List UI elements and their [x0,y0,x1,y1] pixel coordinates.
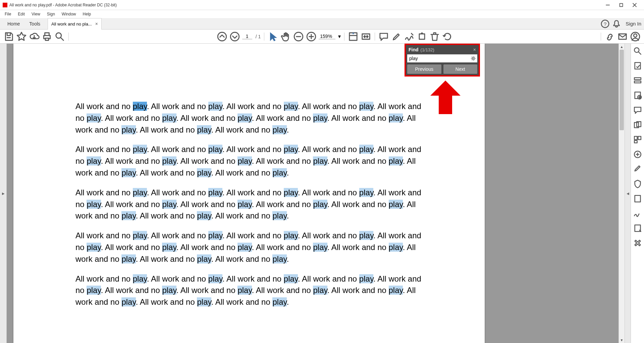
scrollbar-down-icon[interactable]: ▼ [619,337,625,343]
edit-pdf-icon[interactable] [633,76,642,85]
search-match: play [121,211,136,220]
search-match: play [359,274,373,283]
notifications-icon[interactable] [612,19,621,29]
menu-bar: File Edit View Sign Window Help [0,10,644,18]
document-text[interactable]: All work and no play. All work and no pl… [13,44,485,308]
find-next-button[interactable]: Next [443,64,478,74]
menu-sign[interactable]: Sign [44,11,58,17]
tab-document-close[interactable]: × [95,21,98,27]
search-match: play [133,145,147,154]
sign-in-link[interactable]: Sign In [626,21,641,27]
window-close-button[interactable] [628,0,641,10]
menu-help[interactable]: Help [79,11,95,17]
scrollbar-up-icon[interactable]: ▲ [619,44,625,50]
selection-tool-button[interactable] [268,31,278,42]
print-button[interactable] [42,31,52,42]
zoom-input[interactable] [319,34,335,39]
right-tools-rail [631,44,644,343]
svg-rect-33 [635,195,640,202]
zoom-in-button[interactable] [306,31,317,42]
stamp-button[interactable] [417,31,427,42]
scrollbar-track[interactable] [619,50,625,337]
svg-point-8 [218,32,226,41]
search-match: play [133,188,147,197]
more-tools-icon[interactable] [633,238,642,248]
find-panel-close[interactable]: × [473,47,476,52]
tab-tools[interactable]: Tools [24,18,45,30]
search-match: play [87,286,101,295]
sign-button[interactable] [404,31,415,42]
export-pdf-icon[interactable] [633,61,642,70]
document-viewport[interactable]: All work and no play. All work and no pl… [7,44,619,343]
search-match: play [313,113,327,122]
protect-tool-icon[interactable] [633,179,642,189]
signature-tool-icon[interactable] [633,209,642,218]
menu-edit[interactable]: Edit [14,11,28,17]
star-button[interactable] [16,31,27,42]
search-match: play [389,200,403,209]
fill-sign-tool-icon[interactable] [633,194,642,203]
search-match: play [162,156,176,165]
find-input[interactable] [409,55,471,62]
find-previous-button[interactable]: Previous [407,64,441,74]
rotate-button[interactable] [442,31,453,42]
organize-pages-icon[interactable] [633,135,642,144]
find-settings-icon[interactable] [471,56,476,61]
delete-button[interactable] [429,31,440,42]
find-panel: Find (1/132) × Previous Next [405,44,480,77]
zoom-dropdown-icon[interactable]: ▾ [338,33,341,40]
comment-tool-icon[interactable] [633,105,642,115]
left-panel-expand-icon[interactable]: ▶ [2,192,5,195]
comment-button[interactable] [378,31,389,42]
highlight-button[interactable] [391,31,402,42]
menu-view[interactable]: View [28,11,44,17]
search-match: play [197,125,211,134]
search-match: play [162,243,176,252]
cloud-button[interactable] [29,31,40,42]
search-match: play [121,168,136,177]
find-button[interactable] [54,31,65,42]
page-up-button[interactable] [217,31,227,42]
redact-tool-icon[interactable] [633,164,642,174]
search-match: play [237,156,252,165]
search-match: play [133,274,147,283]
tab-document-label: All work and no pla... [51,21,92,27]
search-match: play [87,156,101,165]
combine-files-icon[interactable] [633,120,642,130]
right-panel-collapse-icon[interactable]: ◀ [627,192,629,195]
search-match: play [208,145,222,154]
page-down-button[interactable] [229,31,240,42]
tab-home[interactable]: Home [3,18,24,30]
window-minimize-button[interactable] [601,0,614,10]
find-panel-count: (1/132) [421,47,434,52]
fit-page-button[interactable] [361,31,371,42]
share-link-button[interactable] [604,31,615,42]
account-button[interactable] [630,31,641,42]
create-pdf-icon[interactable] [633,91,642,100]
scrollbar-thumb[interactable] [620,50,624,130]
search-match: play [197,168,211,177]
search-match: play [272,168,286,177]
menu-window[interactable]: Window [58,11,79,17]
window-maximize-button[interactable] [614,0,628,10]
tab-document[interactable]: All work and no pla... × [48,18,102,30]
search-match: play [389,113,403,122]
email-button[interactable] [617,31,628,42]
fit-width-button[interactable] [348,31,359,42]
window-titlebar: All work and no play.pdf - Adobe Acrobat… [0,0,644,10]
search-match: play [197,211,211,220]
search-tool-icon[interactable] [633,46,642,56]
help-icon[interactable]: ? [600,19,610,29]
compress-tool-icon[interactable] [633,150,642,159]
save-button[interactable] [3,31,14,42]
search-match: play [313,286,327,295]
page-number-input[interactable] [242,34,252,39]
vertical-scrollbar[interactable]: ▲ ▼ [619,44,625,343]
search-match: play [359,102,373,111]
zoom-out-button[interactable] [293,31,304,42]
tab-row: Home Tools All work and no pla... × ? Si… [0,18,644,30]
hand-tool-button[interactable] [280,31,291,42]
convert-tool-icon[interactable] [633,224,642,233]
search-match: play [284,145,298,154]
menu-file[interactable]: File [1,11,14,17]
